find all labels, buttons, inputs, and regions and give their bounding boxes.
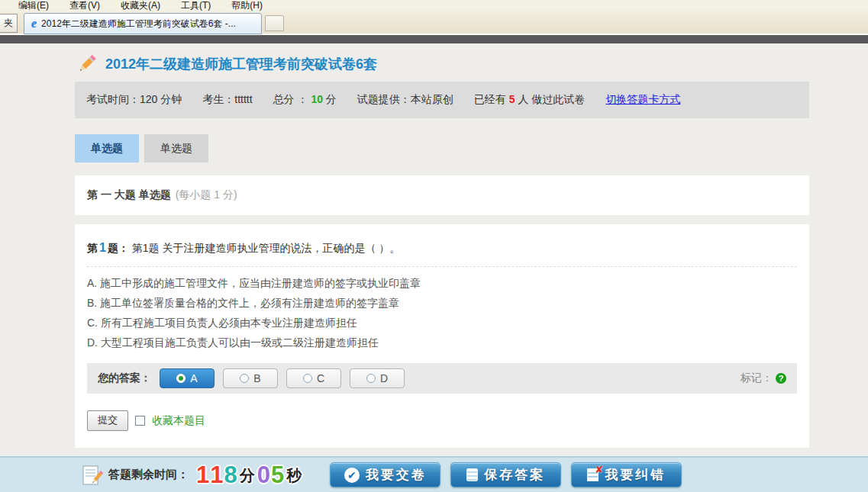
timer-unit-seconds: 秒 <box>286 468 302 483</box>
mark-area: 标记： ? <box>741 371 786 385</box>
question-card: 第1题： 第1题 关于注册建造师执业管理的说法，正确的是（ ）。 A. 施工中形… <box>75 224 809 448</box>
answer-label: 您的答案： <box>98 371 151 385</box>
save-answers-label: 保存答案 <box>484 466 545 484</box>
submit-paper-label: 我要交卷 <box>366 466 427 484</box>
error-doc-icon <box>587 468 599 481</box>
save-sheet-icon <box>466 468 478 481</box>
menu-item-help[interactable]: 帮助(H) <box>231 0 263 12</box>
taken-count: 5 <box>509 93 515 105</box>
report-error-label: 我要纠错 <box>605 466 666 484</box>
submit-button[interactable]: 提交 <box>87 410 128 431</box>
switch-answer-card-link[interactable]: 切换答题卡方式 <box>605 93 680 107</box>
total-score-value: 10 <box>311 93 323 105</box>
choice-label: D <box>380 372 388 384</box>
tab-single-choice-1[interactable]: 单选题 <box>75 134 139 162</box>
question-num-suffix: 题： <box>108 242 129 254</box>
exam-info-bar: 考试时间：120 分钟 考生：tttttt 总分 ： 10 分 试题提供：本站原… <box>75 82 809 118</box>
radio-icon <box>366 374 376 383</box>
choice-button-a[interactable]: A <box>160 368 215 388</box>
answer-bar: 您的答案： A B C D 标记： <box>87 363 797 394</box>
mark-label: 标记： <box>741 371 773 385</box>
timer-digit: 8 <box>224 463 238 487</box>
option-c[interactable]: C. 所有工程施工项目负责人必须由本专业注册建造师担任 <box>87 313 797 333</box>
menu-item-edit[interactable]: 编辑(E) <box>18 0 49 12</box>
total-score: 总分 ： 10 分 <box>273 93 337 107</box>
new-tab-button[interactable] <box>265 15 284 31</box>
time-remaining-label: 答题剩余时间： <box>108 468 189 482</box>
question-num-prefix: 第 <box>87 242 98 254</box>
pencil-icon <box>75 53 98 76</box>
radio-icon <box>303 374 312 383</box>
favorites-panel-stub[interactable]: 夹 <box>0 14 18 33</box>
taken-prefix: 已经有 <box>474 93 506 105</box>
page-content: 2012年二级建造师施工管理考前突破试卷6套 考试时间：120 分钟 考生：tt… <box>0 45 868 456</box>
taken-suffix: 人 做过此试卷 <box>518 93 585 105</box>
provider: 试题提供：本站原创 <box>357 93 453 107</box>
choice-button-d[interactable]: D <box>350 368 405 388</box>
page-title: 2012年二级建造师施工管理考前突破试卷6套 <box>105 55 377 73</box>
browser-tab[interactable]: e 2012年二级建造师施工管理考前突破试卷6套 -... <box>24 13 262 34</box>
choice-label: C <box>317 372 324 384</box>
timer-digit: 5 <box>271 463 285 487</box>
save-answers-button[interactable]: 保存答案 <box>450 462 561 487</box>
candidate-name: 考生：tttttt <box>202 93 252 107</box>
submit-row: 提交 收藏本题目 <box>87 410 797 431</box>
option-d[interactable]: D. 大型工程项目施工负责人可以由一级或二级注册建造师担任 <box>87 333 797 352</box>
exam-time: 考试时间：120 分钟 <box>86 93 182 107</box>
question-separator <box>87 266 797 267</box>
option-a[interactable]: A. 施工中形成的施工管理文件，应当由注册建造师的签字或执业印盖章 <box>87 273 797 293</box>
total-score-suffix: 分 <box>326 93 337 105</box>
choice-label: B <box>253 372 260 384</box>
section-header-card: 第 一 大题 单选题 (每小题 1 分) <box>75 175 809 215</box>
section-note: (每小题 1 分) <box>176 188 237 202</box>
browser-tab-bar: 夹 e 2012年二级建造师施工管理考前突破试卷6套 -... <box>0 11 868 35</box>
report-error-button[interactable]: 我要纠错 <box>571 462 682 487</box>
ie-icon: e <box>31 18 37 30</box>
tab-single-choice-2[interactable]: 单选题 <box>144 134 208 162</box>
menu-item-tools[interactable]: 工具(T) <box>181 0 211 12</box>
browser-menu-bar: 编辑(E) 查看(V) 收藏夹(A) 工具(T) 帮助(H) <box>0 0 868 11</box>
timer-digit: 1 <box>196 463 210 487</box>
tab-title: 2012年二级建造师施工管理考前突破试卷6套 -... <box>41 18 236 31</box>
section-title: 第 一 大题 单选题 <box>87 188 171 202</box>
footer-buttons: 我要交卷 保存答案 我要纠错 <box>330 462 682 487</box>
question-text: 第1题 关于注册建造师执业管理的说法，正确的是（ ）。 <box>132 242 401 254</box>
radio-icon <box>176 374 186 383</box>
paper-pencil-icon <box>81 464 104 487</box>
choice-label: A <box>190 372 197 384</box>
page-title-row: 2012年二级建造师施工管理考前突破试卷6套 <box>75 45 809 76</box>
timer-digit: 0 <box>257 463 271 487</box>
check-circle-icon <box>344 468 360 483</box>
favorite-checkbox[interactable] <box>135 416 145 426</box>
menu-item-favorites[interactable]: 收藏夹(A) <box>121 0 160 12</box>
question-type-tabs: 单选题 单选题 <box>75 134 809 162</box>
timer-digit: 1 <box>210 463 224 487</box>
total-score-prefix: 总分 ： <box>273 93 308 105</box>
option-b[interactable]: B. 施工单位签署质量合格的文件上，必须有注册建造师的签字盖章 <box>87 293 797 313</box>
countdown-timer: 1 1 8 分 0 5 秒 <box>196 463 304 487</box>
question-mark-icon[interactable]: ? <box>776 373 786 384</box>
question-header: 第1题： 第1题 关于注册建造师执业管理的说法，正确的是（ ）。 <box>87 235 797 266</box>
favorite-label: 收藏本题目 <box>152 414 205 428</box>
radio-icon <box>240 374 249 383</box>
bottom-action-bar: 答题剩余时间： 1 1 8 分 0 5 秒 我要交卷 保存答案 我要纠错 <box>0 456 868 492</box>
taken-count-text: 已经有 5 人 做过此试卷 <box>474 93 585 107</box>
submit-paper-button[interactable]: 我要交卷 <box>330 462 440 487</box>
menu-item-view[interactable]: 查看(V) <box>69 0 100 12</box>
choice-button-b[interactable]: B <box>223 368 278 388</box>
timer-unit-minutes: 分 <box>240 468 256 483</box>
choice-button-c[interactable]: C <box>286 368 341 388</box>
page-top-divider <box>0 35 868 43</box>
question-number: 1 <box>98 241 108 254</box>
